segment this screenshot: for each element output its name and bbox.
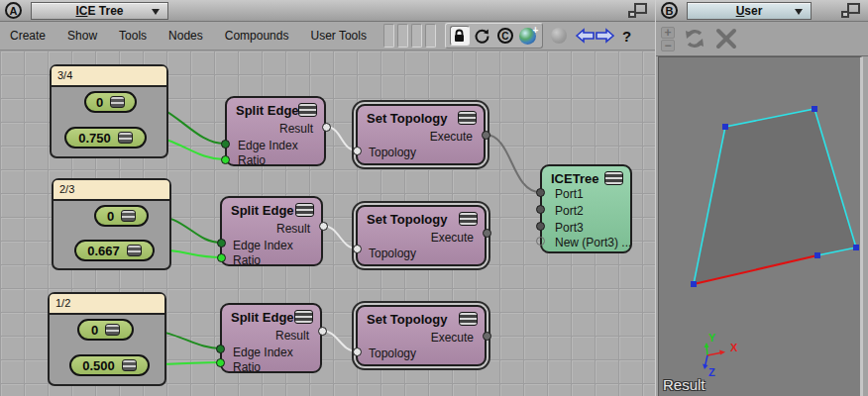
integer-value-node[interactable]: 0 [94,205,149,227]
node-menu-icon[interactable] [459,212,478,226]
wire-result-to-topology [322,331,357,351]
arrow-right-icon [595,28,614,44]
view-type-dropdown[interactable]: ICE Tree [31,2,168,20]
port-new[interactable] [536,237,545,246]
memo-slot[interactable] [411,24,422,48]
icetree-node[interactable]: ICETree Port1 Port2 Port3 New (Port3) ..… [540,164,632,253]
memo-slot[interactable] [383,24,394,48]
group-header[interactable]: 3/4 [52,66,166,87]
split-edge-node[interactable]: Split Edge Result Edge Index Ratio [220,303,322,373]
axis-x-label: X [730,342,738,353]
split-edge-node[interactable]: Split Edge Result Edge Index Ratio [225,96,326,166]
node-menu-icon[interactable] [458,111,477,125]
node-menu-icon[interactable] [604,171,623,185]
menu-nodes[interactable]: Nodes [158,22,214,50]
refresh-view-button[interactable] [682,26,707,51]
port-ratio[interactable] [221,155,230,164]
node-menu-icon[interactable] [298,103,317,117]
nav-back-button[interactable] [575,26,595,46]
help-button[interactable]: ? [622,28,631,45]
port-ratio[interactable] [216,358,225,367]
port-execute[interactable] [483,332,491,341]
scalar-value-node[interactable]: 0.750 [64,127,147,148]
value-menu-icon[interactable] [121,210,136,222]
group-header[interactable]: 2/3 [54,180,169,201]
camera-dropdown[interactable]: User [687,2,812,20]
group-header[interactable]: 1/2 [50,294,164,315]
chevron-down-icon [795,9,803,15]
user-viewport-panel: B User + − [655,0,868,396]
port-port1[interactable] [536,188,545,197]
value-menu-icon[interactable] [110,96,125,108]
vertex-point[interactable] [812,106,817,112]
toolbar-button-group: C + [445,23,543,49]
port-result[interactable] [322,123,331,132]
port-topology[interactable] [353,245,362,253]
arrow-left-icon [575,28,595,44]
menu-create[interactable]: Create [0,22,56,50]
port-topology[interactable] [353,347,362,356]
close-icon [714,27,738,50]
lock-button[interactable] [450,26,470,46]
scalar-value-node[interactable]: 0.500 [69,354,150,376]
menu-show[interactable]: Show [56,22,108,50]
split-edge-node[interactable]: Split Edge Result Edge Index Ratio [220,196,323,266]
scalar-value-node[interactable]: 0.667 [74,240,155,261]
c-circle-icon: C [497,28,513,44]
port-execute[interactable] [483,229,491,238]
menu-tools[interactable]: Tools [108,22,158,50]
port-ratio[interactable] [217,253,226,262]
nav-forward-button[interactable] [595,26,614,46]
node-menu-icon[interactable] [459,312,478,326]
port-execute[interactable] [482,131,490,140]
close-view-button[interactable] [714,27,738,50]
refresh-button[interactable] [473,26,492,46]
axis-indicator: Y X Z [703,332,738,378]
menu-compounds[interactable]: Compounds [214,22,300,50]
ice-graph-canvas[interactable]: 3/4 0 0.750 Split Edge Result Edge Index… [0,50,655,396]
view-letter-badge: B [661,2,678,19]
set-topology-node[interactable]: Set Topology Execute Topology [356,305,487,366]
port-edge-index[interactable] [221,140,230,148]
vertex-point[interactable] [691,281,697,287]
value-menu-icon[interactable] [105,324,120,336]
integer-value-node[interactable]: 0 [77,319,134,341]
node-menu-icon[interactable] [294,310,313,324]
port-edge-index[interactable] [216,345,225,353]
zoom-buttons: + − [661,27,675,51]
vertex-point[interactable] [853,245,859,250]
memo-slot[interactable] [397,24,408,48]
port-result[interactable] [319,222,328,231]
polygon-mesh[interactable] [694,109,856,284]
restore-window-button[interactable] [841,3,860,18]
restore-window-button[interactable] [628,3,647,18]
menu-user-tools[interactable]: User Tools [299,22,377,50]
port-topology[interactable] [353,147,362,155]
value-menu-icon[interactable] [122,359,137,371]
set-topology-node[interactable]: Set Topology Execute Topology [356,205,487,266]
result-status-label: Result [663,376,705,393]
node-menu-icon[interactable] [295,203,314,217]
set-topology-node[interactable]: Set Topology Execute Topology [356,104,486,165]
ice-tree-menubar: Create Show Tools Nodes Compounds User T… [0,22,655,50]
port-port3[interactable] [536,222,545,231]
3d-viewport[interactable]: Y X Z Result [658,56,863,396]
port-edge-index[interactable] [217,239,226,248]
vertex-point[interactable] [814,252,820,258]
integer-value-node[interactable]: 0 [84,91,137,113]
value-menu-icon[interactable] [127,245,142,256]
viewport-scene: Y X Z [659,57,860,396]
memo-slot[interactable] [425,24,436,48]
zoom-in-button[interactable]: + [661,27,675,39]
memo-slots [383,24,436,48]
view-dropdown-label: IC [75,4,87,18]
wire-execute-to-port1 [486,135,540,192]
snapshot-button[interactable]: C [495,26,515,46]
port-port2[interactable] [536,205,545,214]
vertex-point[interactable] [722,124,728,130]
update-globe-button[interactable]: + [518,26,538,46]
port-result[interactable] [318,327,327,336]
globe-disabled-button [549,26,569,46]
value-menu-icon[interactable] [118,132,133,144]
zoom-out-button[interactable]: − [661,40,675,51]
